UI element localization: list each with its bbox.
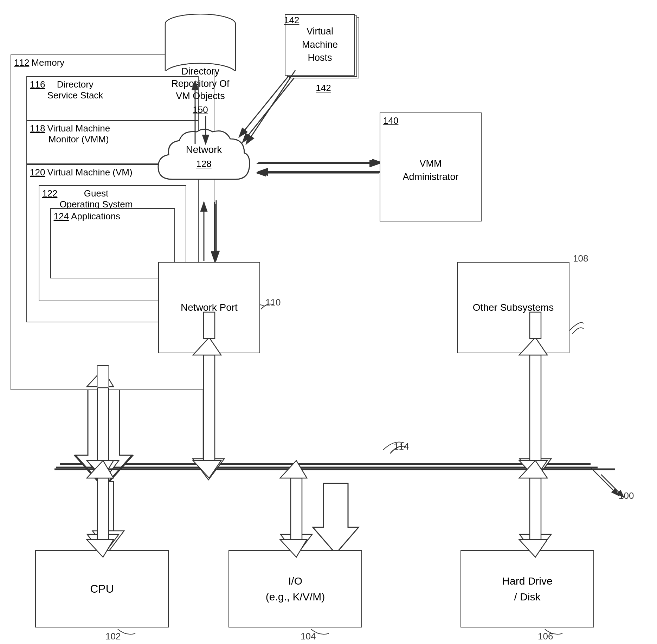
io-ref-callout: 104 [301, 631, 316, 642]
svg-line-52 [591, 468, 619, 496]
other-subsystems-box: Other Subsystems [457, 262, 569, 353]
vmm-admin-box: 140 VMM Administrator [380, 112, 482, 221]
svg-rect-48 [291, 482, 302, 534]
vmm-ref: 118 [30, 123, 45, 134]
svg-marker-33 [87, 461, 119, 482]
applications-box: 124 Applications [50, 208, 175, 278]
network-port-box: Network Port [158, 262, 260, 353]
dir-service-ref: 116 [30, 79, 45, 90]
memory-ref: 112 [14, 57, 29, 68]
bus-ref-label: 114 [394, 441, 409, 452]
hard-drive-box: Hard Drive / Disk [460, 550, 594, 627]
vmm-admin-ref: 140 [383, 115, 398, 126]
network-port-label: Network Port [181, 300, 238, 315]
applications-label: 124 Applications [54, 211, 121, 222]
memory-label: 112 Memory [14, 57, 64, 68]
hard-drive-ref-callout: 106 [538, 631, 553, 642]
svg-marker-43 [520, 459, 551, 480]
dir-service-label: 116 Directory Service Stack [30, 79, 103, 101]
guest-os-label: 122 Guest Operating System [42, 188, 133, 210]
svg-rect-32 [98, 387, 108, 461]
other-subsystems-label: Other Subsystems [473, 300, 554, 315]
svg-rect-42 [530, 352, 541, 459]
network-port-ref-callout: 110 [265, 297, 281, 308]
vm-hosts: Virtual Machine Hosts 142 [274, 14, 373, 105]
cpu-ref-callout: 102 [105, 631, 121, 642]
guest-os-ref: 122 [42, 188, 57, 199]
vm-hosts-text: Virtual Machine Hosts [302, 25, 338, 65]
system-ref-label: 100 [619, 490, 634, 501]
cpu-box: CPU [35, 550, 169, 627]
network-label: Network [186, 144, 222, 155]
vm-ref: 120 [30, 167, 45, 178]
network-cloud: Network 128 [148, 125, 260, 216]
svg-marker-39 [193, 459, 224, 480]
vmm-admin-label: 140 [383, 115, 398, 126]
vm-label: 120 Virtual Machine (VM) [30, 167, 133, 178]
dir-repo-label: Directory Repository Of VM Objects 150 [171, 65, 229, 116]
vmm-label: 118 Virtual Machine Monitor (VMM) [30, 123, 110, 145]
cylinder-svg [162, 14, 239, 71]
vm-hosts-toplabel: 142 [284, 15, 299, 26]
svg-rect-46 [98, 482, 108, 534]
svg-rect-50 [530, 482, 541, 534]
cpu-label: CPU [90, 582, 114, 595]
diagram: 112 Memory 116 Directory Service Stack 1… [0, 0, 657, 644]
hard-drive-label: Hard Drive / Disk [502, 573, 552, 605]
directory-repo: Directory Repository Of VM Objects 150 [151, 14, 250, 116]
io-box: I/O (e.g., K/V/M) [228, 550, 362, 627]
applications-ref: 124 [54, 211, 69, 222]
other-subsystems-ref-callout: 108 [573, 253, 588, 264]
io-label: I/O (e.g., K/V/M) [266, 573, 325, 605]
